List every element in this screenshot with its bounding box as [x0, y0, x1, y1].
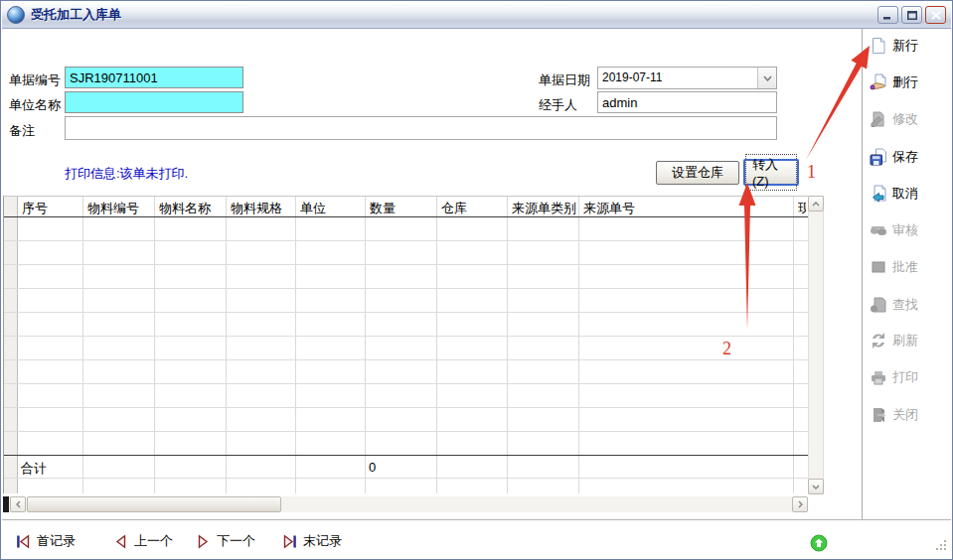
- doc-date-value: 2019-07-11: [598, 68, 757, 88]
- col-material-spec: 物料规格: [227, 197, 296, 216]
- toolbar-approve: 批准: [870, 255, 951, 279]
- total-row: 合计 0: [4, 455, 808, 479]
- grid-row[interactable]: [4, 217, 808, 241]
- maximize-icon: [907, 11, 917, 20]
- arrow-right-icon: [798, 500, 803, 508]
- toolbar-new-row[interactable]: 新行: [870, 34, 951, 58]
- nav-prev-button[interactable]: 上一个: [113, 532, 173, 550]
- minimize-icon: [883, 11, 893, 20]
- row-header-corner: [4, 197, 18, 216]
- total-quantity: 0: [366, 456, 437, 478]
- col-warehouse: 仓库: [437, 197, 508, 216]
- col-source-type: 来源单类别: [508, 197, 579, 216]
- titlebar: 受托加工入库单: [2, 2, 951, 29]
- next-record-icon: [196, 534, 211, 549]
- scroll-left-button[interactable]: [10, 496, 26, 512]
- handler-input[interactable]: [597, 91, 777, 113]
- annotation-arrow-1: [806, 46, 870, 160]
- maximize-button[interactable]: [901, 6, 922, 24]
- toolbar-find: 查找: [870, 293, 951, 317]
- toolbar-audit: 审核: [870, 218, 951, 242]
- col-quantity: 数量: [366, 197, 437, 216]
- chevron-down-icon: [763, 75, 772, 81]
- col-partial: 现: [794, 197, 809, 216]
- status-green-icon: [810, 534, 828, 552]
- close-icon: [931, 11, 941, 20]
- toolbar-close: 关闭: [870, 403, 951, 427]
- resize-grip[interactable]: [936, 540, 947, 554]
- print-info-text: 打印信息:该单未打印.: [65, 165, 188, 183]
- audit-icon: [870, 221, 887, 239]
- grid-row[interactable]: [4, 313, 808, 337]
- unit-name-input[interactable]: [65, 91, 243, 113]
- save-icon: [870, 148, 887, 166]
- nav-last-button[interactable]: 末记录: [282, 532, 342, 550]
- unit-name-label: 单位名称: [9, 96, 61, 114]
- refresh-icon: [870, 332, 887, 350]
- handler-label: 经手人: [539, 96, 577, 114]
- doc-date-combo[interactable]: 2019-07-11: [597, 67, 777, 89]
- grid-splitter[interactable]: [3, 496, 9, 512]
- minimize-button[interactable]: [877, 6, 898, 24]
- toolbar-delete-row[interactable]: 删行: [870, 70, 951, 94]
- modify-icon: [870, 110, 887, 128]
- grid-row[interactable]: [4, 408, 808, 432]
- vertical-scrollbar[interactable]: [808, 196, 824, 494]
- toolbar-cancel[interactable]: 取消: [870, 182, 951, 206]
- scroll-right-button[interactable]: [792, 496, 808, 512]
- nav-next-button[interactable]: 下一个: [196, 532, 255, 550]
- col-unit: 单位: [296, 197, 366, 216]
- toolbar-save[interactable]: 保存: [870, 145, 951, 169]
- hscroll-thumb[interactable]: [27, 496, 281, 512]
- app-icon: [7, 6, 25, 24]
- horizontal-scrollbar[interactable]: [3, 496, 808, 512]
- doc-no-input[interactable]: [65, 67, 243, 88]
- grid-row[interactable]: [4, 384, 808, 408]
- grid-row[interactable]: [4, 360, 808, 384]
- annotation-label-1: 1: [807, 162, 816, 183]
- nav-first-button[interactable]: 首记录: [16, 532, 76, 550]
- doc-date-dropdown-button[interactable]: [757, 68, 776, 88]
- first-record-icon: [16, 534, 31, 549]
- grid-row[interactable]: [4, 432, 808, 456]
- grid-row[interactable]: [4, 337, 808, 360]
- remark-label: 备注: [9, 122, 35, 140]
- col-source-no: 来源单号: [579, 197, 794, 216]
- window-title: 受托加工入库单: [31, 6, 874, 24]
- app-window: 受托加工入库单 单据编号 单位名称 备注 单据日期 2019-07-11 经手人…: [0, 0, 953, 560]
- items-grid: 序号 物料编号 物料名称 物料规格 单位 数量 仓库 来源单类别 来源单号 现: [3, 196, 808, 493]
- delete-row-icon: [870, 73, 887, 91]
- find-icon: [870, 296, 887, 314]
- grid-row[interactable]: [4, 241, 808, 265]
- col-material-no: 物料编号: [83, 197, 155, 216]
- toolbar-refresh: 刷新: [870, 329, 951, 352]
- toolbar-print: 打印: [870, 365, 951, 389]
- print-icon: [870, 368, 887, 386]
- grid-row[interactable]: [4, 265, 808, 289]
- close-button[interactable]: [925, 6, 946, 24]
- grid-row[interactable]: [4, 289, 808, 313]
- approve-icon: [870, 258, 887, 276]
- record-navbar: 首记录 上一个 下一个 末记录: [2, 519, 951, 558]
- scroll-up-button[interactable]: [808, 196, 824, 211]
- total-label: 合计: [18, 456, 83, 478]
- remark-input[interactable]: [65, 116, 777, 140]
- prev-record-icon: [113, 534, 128, 549]
- grid-header: 序号 物料编号 物料名称 物料规格 单位 数量 仓库 来源单类别 来源单号 现: [4, 197, 808, 217]
- cancel-icon: [870, 185, 887, 203]
- arrow-left-icon: [16, 500, 21, 508]
- toolbar-modify: 修改: [870, 107, 951, 131]
- scroll-down-button[interactable]: [808, 479, 824, 494]
- last-record-icon: [282, 534, 297, 549]
- new-row-icon: [870, 37, 887, 55]
- arrow-up-icon: [812, 202, 820, 207]
- set-warehouse-button[interactable]: 设置仓库: [656, 161, 739, 185]
- col-material-name: 物料名称: [155, 197, 227, 216]
- col-seq: 序号: [18, 197, 83, 216]
- transfer-in-button[interactable]: 转入(Z): [743, 159, 799, 186]
- partial-row: [4, 479, 808, 493]
- doc-date-label: 单据日期: [539, 71, 590, 89]
- close-doc-icon: [870, 406, 887, 424]
- doc-no-label: 单据编号: [9, 71, 61, 89]
- arrow-down-icon: [812, 485, 820, 490]
